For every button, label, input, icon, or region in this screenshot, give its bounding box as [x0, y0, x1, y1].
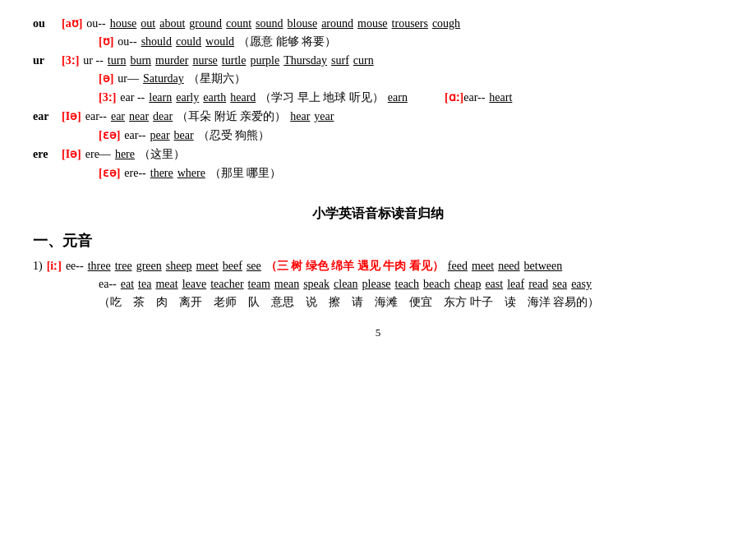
ou-word-mouse: mouse	[357, 17, 388, 30]
ear-top-section: [3ː] ear -- learn early earth heard （学习 …	[33, 90, 723, 105]
ii-word-meat: meat	[155, 278, 177, 291]
ii-word-meet: meet	[196, 260, 219, 273]
ear-word-earn: earn	[388, 91, 408, 104]
ere-word-there: there	[150, 167, 173, 180]
ii-word-between: between	[524, 260, 563, 273]
ear-word-hear: hear	[290, 110, 310, 123]
ii-word-meet2: meet	[472, 260, 494, 273]
ur-row2: [ə] ur— Saturday （星期六）	[33, 71, 723, 86]
ur-word-burn: burn	[130, 54, 151, 67]
ii-word-cheap: cheap	[454, 278, 482, 291]
ear-word-bear: bear	[174, 129, 194, 142]
phoneme-ii-num: 1)	[33, 260, 43, 273]
ii-chinese2: （吃 茶 肉 离开 老师 队 意思 说 擦 请 海滩 便宜 东方 叶子 读 海洋…	[99, 295, 599, 310]
ear-word-learn: learn	[149, 91, 172, 104]
ii-word-speak: speak	[303, 278, 330, 291]
ear-phoneme2: [ɑː]	[445, 90, 463, 104]
ou-word-about: about	[159, 17, 185, 30]
ii-word-sea: sea	[552, 278, 567, 291]
ou-word-should: should	[141, 35, 172, 48]
ear-top-row: [3ː] ear -- learn early earth heard （学习 …	[33, 90, 723, 105]
ou-word-cough: cough	[432, 17, 460, 30]
ur-word-curn: curn	[353, 54, 374, 67]
ou-word-could: could	[176, 35, 201, 48]
ere-row1: ere [Iə] ere— here （这里）	[33, 147, 723, 162]
ii-word-beach: beach	[423, 278, 450, 291]
ur-word-purple: purple	[250, 54, 279, 67]
ear-word-pear: pear	[150, 129, 169, 142]
ur-prefix2: ur—	[118, 72, 139, 85]
ii-word-please: please	[362, 278, 391, 291]
ear-phoneme-top: [3ː]	[99, 90, 116, 104]
ur-word-surf: surf	[331, 54, 349, 67]
ou-prefix2: ou--	[118, 35, 136, 48]
ii-word-teach: teach	[395, 278, 420, 291]
ur-phoneme1: [3ː]	[62, 53, 79, 67]
ii-word-leaf: leaf	[507, 278, 524, 291]
ere-row2: [ɛə] ere-- there where （那里 哪里）	[33, 166, 723, 181]
phoneme-ii-section: 1) [iː] ee-- three tree green sheep meet…	[33, 259, 723, 310]
ere-section: ere [Iə] ere— here （这里） [ɛə] ere-- there…	[33, 147, 723, 181]
ii-word-tea: tea	[138, 278, 151, 291]
phoneme-ii-sym: [iː]	[47, 259, 62, 273]
ere-prefix1: ere—	[85, 148, 111, 161]
ur-word-saturday: Saturday	[143, 72, 184, 85]
ii-word-eat: eat	[121, 278, 134, 291]
ear-word-dear: dear	[153, 110, 173, 123]
section2-title: 小学英语音标读音归纳	[33, 205, 723, 223]
ou-word-ground: ground	[189, 17, 222, 30]
ur-word-turtle: turtle	[222, 54, 247, 67]
ear-chinese2: （忍受 狗熊）	[198, 128, 270, 143]
ii-word-easy: easy	[571, 278, 592, 291]
ou-word-sound: sound	[256, 17, 283, 30]
ur-row1: ur [3ː] ur -- turn burn murder nurse tur…	[33, 53, 723, 67]
ere-word-where: where	[177, 167, 205, 180]
ur-word-nurse: nurse	[193, 54, 218, 67]
ear-phoneme2b: [ɛə]	[99, 128, 120, 142]
ear-prefix3: ear--	[85, 110, 107, 123]
ii-word-leave: leave	[182, 278, 207, 291]
ear-word-year: year	[314, 110, 334, 123]
ii-word-green: green	[136, 260, 162, 273]
ou-phoneme2: [ʊ]	[99, 35, 113, 48]
ii-word-teacher: teacher	[210, 278, 243, 291]
ear-word-heart: heart	[489, 91, 512, 104]
ere-prefix2: ere--	[124, 167, 145, 180]
ear-row1: ear [Iə] ear-- ear near dear （耳朵 附近 亲爱的）…	[33, 109, 723, 124]
ou-label: ou	[33, 17, 58, 30]
ii-word-read: read	[528, 278, 548, 291]
phoneme-ii-row2: ea-- eat tea meat leave teacher team mea…	[33, 278, 723, 291]
ur-phoneme2: [ə]	[99, 71, 113, 85]
ear-word-heard: heard	[230, 91, 256, 104]
ere-phoneme1: [Iə]	[62, 147, 81, 161]
ear-chinese-top: （学习 早上 地球 听见）	[260, 90, 384, 105]
ou-section: ou [aʊ] ou-- house out about ground coun…	[33, 16, 723, 49]
ou-chinese: （愿意 能够 将要）	[238, 35, 336, 49]
ou-row1: ou [aʊ] ou-- house out about ground coun…	[33, 16, 723, 30]
phoneme-ii-row3: （吃 茶 肉 离开 老师 队 意思 说 擦 请 海滩 便宜 东方 叶子 读 海洋…	[33, 295, 723, 310]
ii-word-clean: clean	[334, 278, 358, 291]
ur-section: ur [3ː] ur -- turn burn murder nurse tur…	[33, 53, 723, 86]
ere-chinese2: （那里 哪里）	[210, 166, 282, 181]
ear-prefix2: ear--	[463, 91, 485, 104]
ou-word-would: would	[205, 35, 234, 48]
ere-phoneme2: [ɛə]	[99, 166, 120, 180]
ear-prefix-top: ear --	[120, 91, 145, 104]
section2-heading: 一、元音	[33, 231, 723, 251]
phoneme-ii-prefix1: ee--	[66, 260, 84, 273]
ear-section: ear [Iə] ear-- ear near dear （耳朵 附近 亲爱的）…	[33, 109, 723, 143]
ear-word-near: near	[129, 110, 149, 123]
ur-label: ur	[33, 54, 58, 67]
ii-word-beef: beef	[223, 260, 242, 273]
ou-phoneme1: [aʊ]	[62, 16, 82, 30]
page-content: ou [aʊ] ou-- house out about ground coun…	[33, 16, 723, 339]
ou-word-blouse: blouse	[288, 17, 318, 30]
ur-word-murder: murder	[155, 54, 188, 67]
ii-word-sheep: sheep	[166, 260, 192, 273]
ii-word-need: need	[498, 260, 519, 273]
ear-word-earth: earth	[203, 91, 226, 104]
ii-word-three: three	[88, 260, 111, 273]
ii-word-tree: tree	[115, 260, 132, 273]
ii-word-mean: mean	[274, 278, 299, 291]
page-number: 5	[33, 326, 723, 339]
